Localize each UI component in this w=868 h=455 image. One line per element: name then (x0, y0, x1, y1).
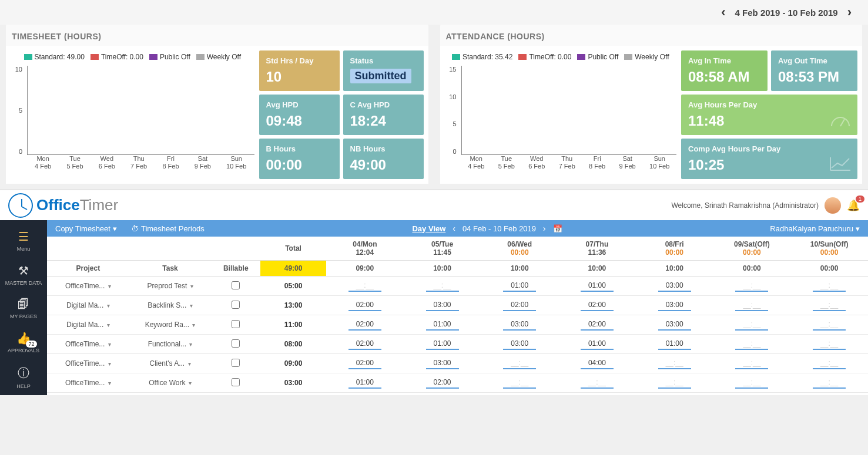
sidebar-approvals[interactable]: 👍72APPROVALS (0, 325, 47, 359)
time-input[interactable]: __:__ (813, 358, 846, 369)
time-input[interactable]: __:__ (735, 319, 768, 331)
time-input[interactable]: 03:00 (658, 280, 691, 292)
time-input[interactable]: __:__ (503, 358, 536, 369)
x-axis-label: Tue5 Feb (66, 155, 83, 171)
time-input[interactable]: 01:00 (658, 338, 691, 350)
chart-up-icon (829, 156, 852, 173)
sidebar-help[interactable]: ⓘHELP (0, 359, 47, 395)
time-cell: 03:00 (404, 354, 481, 373)
task-cell[interactable]: Backlink S... ▾ (129, 296, 212, 315)
sidebar-menu[interactable]: ☰Menu (0, 224, 47, 258)
time-input[interactable]: 02:00 (581, 299, 614, 311)
time-input[interactable]: 03:00 (503, 319, 536, 331)
next-week-icon[interactable]: › (543, 224, 546, 233)
time-input[interactable]: __:__ (735, 377, 768, 389)
task-cell[interactable]: Office Work ▾ (129, 373, 212, 393)
prev-week-icon[interactable]: ‹ (453, 224, 455, 233)
time-input[interactable]: __:__ (813, 338, 846, 350)
time-cell: 01:00 (404, 335, 481, 354)
user-selector[interactable]: RadhaKalyan Paruchuru ▾ (770, 224, 860, 233)
chevron-down-icon: ▾ (192, 322, 195, 328)
time-cell: 03:00 (481, 335, 558, 354)
time-input[interactable]: __:__ (581, 377, 614, 389)
time-input[interactable]: 01:00 (581, 338, 614, 350)
copy-timesheet-dropdown[interactable]: Copy Timesheet ▾ (55, 224, 117, 233)
billable-header[interactable]: Billable (211, 261, 260, 277)
task-cell[interactable]: Keyword Ra... ▾ (129, 315, 212, 335)
table-row: Digital Ma... ▾Backlink S... ▾13:0002:00… (47, 296, 868, 315)
legend-swatch-publicoff (577, 54, 585, 60)
timesheet-toolbar: Copy Timesheet ▾ ⏱Timesheet Periods Day … (47, 220, 868, 237)
project-cell[interactable]: Digital Ma... ▾ (47, 315, 129, 335)
billable-checkbox[interactable] (232, 281, 240, 289)
time-input[interactable]: __:__ (813, 319, 846, 331)
legend-swatch-publicoff (149, 54, 157, 60)
project-header[interactable]: Project (47, 261, 129, 277)
project-cell[interactable]: OfficeTime... ▾ (47, 335, 129, 354)
time-input[interactable]: 04:00 (581, 358, 614, 369)
billable-checkbox[interactable] (232, 359, 240, 367)
hamburger-icon: ☰ (18, 230, 29, 244)
time-input[interactable]: 01:00 (503, 280, 536, 292)
x-axis-label: Fri8 Feb (162, 155, 179, 171)
task-cell[interactable]: Functional... ▾ (129, 335, 212, 354)
time-input[interactable]: 02:00 (348, 338, 381, 350)
next-range-icon[interactable]: › (843, 5, 856, 20)
time-input[interactable]: __:__ (735, 358, 768, 369)
time-input[interactable]: 01:00 (426, 319, 459, 331)
time-input[interactable]: __:__ (348, 280, 381, 292)
time-input[interactable]: 01:00 (581, 280, 614, 292)
time-cell: __:__ (481, 373, 558, 393)
billable-checkbox-cell (211, 354, 260, 373)
time-cell: 02:00 (481, 296, 558, 315)
time-input[interactable]: 02:00 (348, 299, 381, 311)
task-cell[interactable]: Client's A... ▾ (129, 354, 212, 373)
billable-checkbox[interactable] (232, 301, 240, 309)
time-input[interactable]: 03:00 (658, 319, 691, 331)
time-input[interactable]: __:__ (735, 338, 768, 350)
time-input[interactable]: 02:00 (348, 319, 381, 331)
time-input[interactable]: 02:00 (348, 358, 381, 369)
time-cell: __:__ (790, 296, 868, 315)
time-input[interactable]: 01:00 (348, 377, 381, 389)
billable-checkbox[interactable] (232, 339, 240, 348)
notification-bell-icon[interactable]: 🔔1 (847, 199, 860, 212)
time-input[interactable]: 02:00 (581, 319, 614, 331)
day-total: 00:00 (790, 261, 868, 277)
time-input[interactable]: 03:00 (503, 338, 536, 350)
billable-checkbox[interactable] (232, 378, 240, 386)
project-cell[interactable]: Digital Ma... ▾ (47, 296, 129, 315)
calendar-icon[interactable]: 📅 (553, 224, 562, 233)
time-input[interactable]: __:__ (813, 377, 846, 389)
time-input[interactable]: __:__ (813, 299, 846, 311)
prev-range-icon[interactable]: ‹ (716, 5, 730, 20)
billable-checkbox-cell (211, 315, 260, 335)
chevron-down-icon: ▾ (189, 380, 192, 386)
task-cell[interactable]: Preprod Test ▾ (129, 277, 212, 296)
time-input[interactable]: __:__ (658, 377, 691, 389)
time-input[interactable]: __:__ (503, 377, 536, 389)
time-input[interactable]: __:__ (735, 299, 768, 311)
time-input[interactable]: 02:00 (503, 299, 536, 311)
sidebar-master-data[interactable]: ⚒MASTER DATA (0, 258, 47, 292)
time-input[interactable]: 03:00 (658, 299, 691, 311)
sidebar-my-pages[interactable]: 🗐MY PAGES (0, 292, 47, 325)
day-view-link[interactable]: Day View (412, 224, 445, 233)
x-axis-label: Mon4 Feb (468, 155, 484, 171)
time-input[interactable]: __:__ (658, 358, 691, 369)
time-input[interactable]: 02:00 (426, 377, 459, 389)
time-input[interactable]: __:__ (735, 280, 768, 292)
time-input[interactable]: 01:00 (426, 338, 459, 350)
billable-checkbox[interactable] (232, 320, 240, 328)
timesheet-periods-button[interactable]: ⏱Timesheet Periods (131, 224, 205, 233)
project-cell[interactable]: OfficeTime... ▾ (47, 354, 129, 373)
task-header[interactable]: Task (129, 261, 212, 277)
project-cell[interactable]: OfficeTime... ▾ (47, 277, 129, 296)
time-input[interactable]: 03:00 (426, 299, 459, 311)
brand-logo[interactable]: OfficeTimer (8, 193, 118, 218)
time-input[interactable]: __:__ (813, 280, 846, 292)
time-input[interactable]: 03:00 (426, 358, 459, 369)
time-input[interactable]: __:__ (426, 280, 459, 292)
avatar[interactable] (825, 197, 841, 214)
project-cell[interactable]: OfficeTime... ▾ (47, 373, 129, 393)
